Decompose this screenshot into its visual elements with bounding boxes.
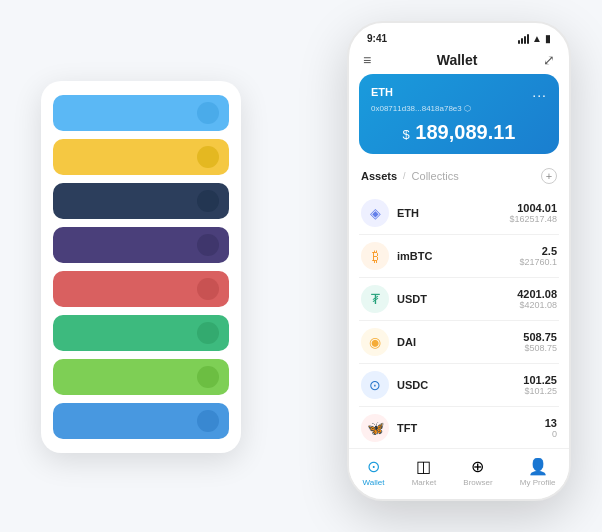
eth-balance: $ 189,089.11: [371, 121, 547, 144]
asset-name-imbtc: imBTC: [397, 250, 519, 262]
asset-amount-usdt: 4201.08: [517, 288, 557, 300]
nav-label-wallet: Wallet: [363, 478, 385, 487]
nav-item-my-profile[interactable]: 👤My Profile: [520, 457, 556, 487]
menu-icon[interactable]: ≡: [363, 52, 371, 68]
asset-name-eth: ETH: [397, 207, 509, 219]
balance-value: 189,089.11: [415, 121, 515, 143]
phone-content: ETH ... 0x08711d38...8418a78e3 ⬡ $ 189,0…: [349, 74, 569, 448]
time-display: 9:41: [367, 33, 387, 44]
card-strip-dot-3: [197, 234, 219, 256]
assets-tab-active[interactable]: Assets: [361, 170, 397, 182]
card-strip-dot-7: [197, 410, 219, 432]
card-strip-dot-4: [197, 278, 219, 300]
asset-name-tft: TFT: [397, 422, 545, 434]
card-strip-7[interactable]: [53, 403, 229, 439]
battery-icon: ▮: [545, 33, 551, 44]
asset-icon-dai: ◉: [361, 328, 389, 356]
asset-name-usdt: USDT: [397, 293, 517, 305]
currency-symbol: $: [403, 127, 410, 142]
nav-icon-my-profile: 👤: [528, 457, 548, 476]
bottom-nav: ⊙Wallet◫Market⊕Browser👤My Profile: [349, 448, 569, 499]
nav-label-my-profile: My Profile: [520, 478, 556, 487]
wallet-title: Wallet: [437, 52, 478, 68]
asset-usd-dai: $508.75: [523, 343, 557, 353]
asset-icon-usdc: ⊙: [361, 371, 389, 399]
eth-card-label: ETH: [371, 86, 393, 98]
card-strip-3[interactable]: [53, 227, 229, 263]
card-strip-6[interactable]: [53, 359, 229, 395]
scene: 9:41 ▲ ▮ ≡ Wallet ⤢ ETH: [21, 21, 581, 511]
nav-label-market: Market: [412, 478, 436, 487]
nav-item-browser[interactable]: ⊕Browser: [463, 457, 492, 487]
asset-name-usdc: USDC: [397, 379, 523, 391]
asset-amount-dai: 508.75: [523, 331, 557, 343]
asset-row[interactable]: ₿imBTC2.5$21760.1: [359, 235, 559, 278]
card-strip-0[interactable]: [53, 95, 229, 131]
asset-usd-imbtc: $21760.1: [519, 257, 557, 267]
asset-icon-tft: 🦋: [361, 414, 389, 442]
asset-icon-imbtc: ₿: [361, 242, 389, 270]
asset-icon-eth: ◈: [361, 199, 389, 227]
card-strip-5[interactable]: [53, 315, 229, 351]
card-strip-1[interactable]: [53, 139, 229, 175]
asset-row[interactable]: ⊙USDC101.25$101.25: [359, 364, 559, 407]
eth-card[interactable]: ETH ... 0x08711d38...8418a78e3 ⬡ $ 189,0…: [359, 74, 559, 154]
status-bar: 9:41 ▲ ▮: [349, 23, 569, 48]
asset-usd-eth: $162517.48: [509, 214, 557, 224]
assets-tabs: Assets / Collectics: [361, 170, 459, 182]
eth-address: 0x08711d38...8418a78e3 ⬡: [371, 104, 547, 113]
nav-icon-market: ◫: [416, 457, 431, 476]
assets-tab-separator: /: [403, 171, 406, 181]
card-strip-dot-5: [197, 322, 219, 344]
asset-name-dai: DAI: [397, 336, 523, 348]
card-strip-dot-6: [197, 366, 219, 388]
asset-amount-imbtc: 2.5: [519, 245, 557, 257]
nav-icon-browser: ⊕: [471, 457, 484, 476]
asset-usd-usdt: $4201.08: [517, 300, 557, 310]
asset-amount-tft: 13: [545, 417, 557, 429]
status-icons: ▲ ▮: [518, 33, 551, 44]
nav-label-browser: Browser: [463, 478, 492, 487]
asset-list: ◈ETH1004.01$162517.48₿imBTC2.5$21760.1₮U…: [359, 192, 559, 448]
collectics-tab[interactable]: Collectics: [412, 170, 459, 182]
asset-row[interactable]: ◉DAI508.75$508.75: [359, 321, 559, 364]
nav-item-market[interactable]: ◫Market: [412, 457, 436, 487]
add-asset-button[interactable]: +: [541, 168, 557, 184]
signal-icon: [518, 34, 529, 44]
nav-item-wallet[interactable]: ⊙Wallet: [363, 457, 385, 487]
phone-nav: ≡ Wallet ⤢: [349, 48, 569, 74]
assets-header: Assets / Collectics +: [359, 164, 559, 188]
asset-usd-tft: 0: [545, 429, 557, 439]
asset-usd-usdc: $101.25: [523, 386, 557, 396]
asset-row[interactable]: 🦋TFT130: [359, 407, 559, 448]
asset-amount-usdc: 101.25: [523, 374, 557, 386]
asset-row[interactable]: ◈ETH1004.01$162517.48: [359, 192, 559, 235]
card-strip-4[interactable]: [53, 271, 229, 307]
nav-icon-wallet: ⊙: [367, 457, 380, 476]
wifi-icon: ▲: [532, 33, 542, 44]
expand-icon[interactable]: ⤢: [543, 52, 555, 68]
card-strip-dot-1: [197, 146, 219, 168]
asset-row[interactable]: ₮USDT4201.08$4201.08: [359, 278, 559, 321]
card-strip-dot-0: [197, 102, 219, 124]
card-strip-2[interactable]: [53, 183, 229, 219]
back-panel: [41, 81, 241, 453]
card-strip-dot-2: [197, 190, 219, 212]
eth-card-menu[interactable]: ...: [532, 84, 547, 100]
phone-frame: 9:41 ▲ ▮ ≡ Wallet ⤢ ETH: [347, 21, 571, 501]
asset-amount-eth: 1004.01: [509, 202, 557, 214]
asset-icon-usdt: ₮: [361, 285, 389, 313]
